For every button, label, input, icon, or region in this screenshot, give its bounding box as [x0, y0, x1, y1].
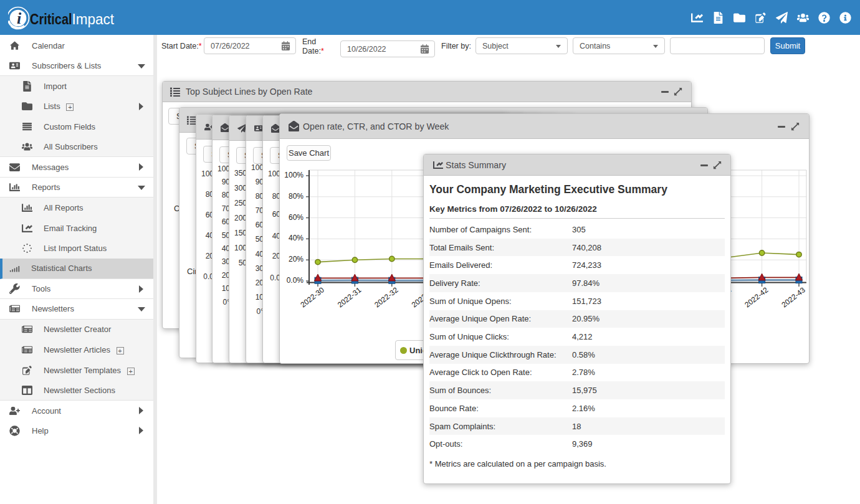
svg-text:Critical: Critical	[30, 11, 72, 27]
svg-text:0.0%: 0.0%	[287, 276, 304, 285]
svg-text:100%: 100%	[284, 171, 303, 179]
svg-text:40%: 40%	[289, 234, 303, 242]
svg-text:2022-32: 2022-32	[373, 285, 400, 309]
svg-text:2022-30: 2022-30	[299, 285, 327, 309]
svg-text:80%: 80%	[289, 192, 303, 201]
svg-text:20%: 20%	[289, 255, 303, 264]
svg-text:2022-43: 2022-43	[780, 285, 808, 309]
svg-text:i: i	[17, 9, 22, 27]
svg-text:2022-42: 2022-42	[743, 285, 770, 309]
svg-text:2022-31: 2022-31	[336, 285, 363, 309]
svg-text:Impact: Impact	[72, 11, 115, 27]
svg-text:60%: 60%	[289, 213, 303, 222]
